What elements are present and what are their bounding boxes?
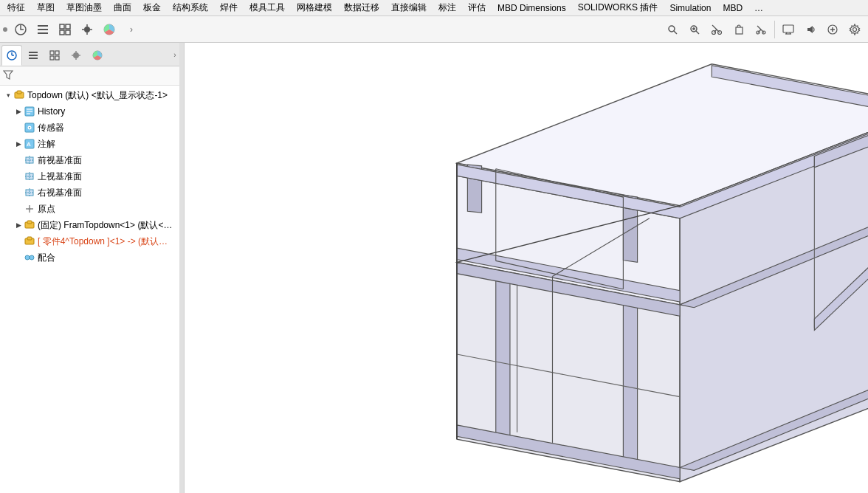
svg-text:A: A [27,141,31,148]
panel-resize-handle[interactable] [179,43,184,493]
svg-rect-7 [66,30,70,35]
search-btn[interactable] [662,19,683,40]
clipboard-btn[interactable] [728,19,749,40]
tree-item-history[interactable]: ▶ History [0,103,184,120]
menu-simulation[interactable]: Simulation [664,1,717,15]
history-arrow: ▶ [13,106,24,117]
svg-rect-4 [60,24,64,29]
right-plane-label: 右视基准面 [38,187,82,199]
monitor-btn[interactable] [778,19,799,40]
svg-rect-3 [38,32,48,34]
svg-line-17 [696,31,699,34]
svg-rect-25 [736,27,743,34]
svg-line-24 [712,25,717,30]
assembly-icon [13,89,25,101]
menu-mold-tools[interactable]: 模具工具 [244,0,291,15]
toolbar-sep-1 [774,21,775,38]
tree-item-top-plane[interactable]: ▶ 上视基准面 [0,168,184,185]
menu-evaluate[interactable]: 评估 [462,0,492,15]
svg-rect-43 [29,52,38,53]
menu-solidworks-addins[interactable]: SOLIDWORKS 插件 [572,0,664,15]
menu-direct-edit[interactable]: 直接编辑 [385,0,433,15]
tab-appearance-manager[interactable] [87,45,108,66]
svg-rect-48 [50,56,54,60]
tree-item-origin[interactable]: ▶ 原点 [0,201,184,217]
menu-annotation[interactable]: 标注 [433,0,462,15]
part4-label: [ 零件4^Topdown ]<1> -> (默认… [38,235,168,248]
menu-data-migration[interactable]: 数据迁移 [338,0,385,15]
notes-icon: A [24,138,35,150]
notes-label: 注解 [38,138,55,151]
tab-config-manager[interactable] [44,45,65,66]
toolbar-btn-feature[interactable] [10,19,31,40]
audio-btn[interactable] [800,19,821,40]
settings-btn[interactable] [844,19,865,40]
history-icon [24,106,35,117]
menu-bar: 特征 草图 草图油墨 曲面 板金 结构系统 焊件 模具工具 网格建模 数据迁移 … [0,0,868,16]
tree-item-sensors[interactable]: ▶ 传感器 [0,120,184,136]
svg-point-50 [73,52,79,58]
feature-tree: ▾ Topdown (默认) <默认_显示状态-1> ▶ [0,86,184,493]
svg-point-85 [30,255,34,260]
zoom-btn[interactable] [684,19,705,40]
menu-mbd[interactable]: MBD [717,1,748,15]
framtopdown-label: (固定) FramTopdown<1> (默认<… [38,219,172,232]
scissors-btn[interactable] [751,19,771,40]
toolbar-btn-expand[interactable]: › [121,19,142,40]
svg-rect-58 [17,91,21,94]
menu-structure[interactable]: 结构系统 [167,0,214,15]
tab-feature-manager[interactable] [1,45,22,66]
tree-item-part4[interactable]: ▶ [ 零件4^Topdown ]<1> -> (默认… [0,233,184,249]
mates-icon [24,252,35,263]
tree-item-topdown[interactable]: ▾ Topdown (默认) <默认_显示状态-1> [0,87,184,103]
origin-icon [24,203,35,215]
left-panel: › ▾ Topdown (默认) <默认_显示状态-1> [0,43,185,493]
top-plane-icon [24,170,35,182]
menu-sheet-metal[interactable]: 板金 [137,0,167,15]
toolbar-btn-config[interactable] [55,19,75,40]
tree-item-mates[interactable]: ▶ 配合 [0,249,184,266]
menu-mesh[interactable]: 网格建模 [291,0,338,15]
topdown-label: Topdown (默认) <默认_显示状态-1> [27,89,168,102]
tab-display-manager[interactable] [66,45,86,66]
svg-marker-92 [623,283,637,464]
menu-features[interactable]: 特征 [1,0,31,15]
tab-property-manager[interactable] [23,45,44,66]
notes-arrow: ▶ [13,139,24,149]
sensors-icon [24,122,35,134]
toolbar-left: › [7,19,145,40]
svg-marker-91 [496,259,510,440]
framtopdown-icon [24,219,35,231]
svg-point-14 [669,26,675,32]
svg-line-30 [757,26,761,30]
menu-mbd-dimensions[interactable]: MBD Dimensions [492,1,572,15]
right-plane-icon [24,187,35,199]
tree-item-right-plane[interactable]: ▶ 右视基准面 [0,185,184,201]
svg-rect-6 [60,30,64,35]
cut-btn[interactable] [706,19,727,40]
menu-sketch-ink[interactable]: 草图油墨 [61,0,108,15]
menu-sketch[interactable]: 草图 [31,0,61,15]
toolbar-btn-appearance[interactable] [99,19,120,40]
filter-icon [3,69,13,82]
front-plane-label: 前视基准面 [38,154,82,167]
menu-surface[interactable]: 曲面 [108,0,137,15]
viewport[interactable] [185,43,868,493]
svg-rect-2 [38,29,48,30]
add-btn[interactable] [822,19,843,40]
part4-icon [24,235,35,247]
svg-point-8 [84,27,90,32]
topdown-arrow: ▾ [3,90,13,100]
tree-item-framtopdown[interactable]: ▶ (固定) FramTopdown<1> (默认<… [0,217,184,233]
svg-rect-5 [66,24,70,29]
svg-rect-44 [29,55,38,56]
menu-weldments[interactable]: 焊件 [214,0,244,15]
tree-item-notes[interactable]: ▶ A 注解 [0,136,184,152]
filter-bar [0,66,184,86]
framtopdown-arrow: ▶ [13,220,24,230]
menu-more[interactable]: … [748,1,769,15]
tree-item-front-plane[interactable]: ▶ 前视基准面 [0,152,184,168]
toolbar-btn-display[interactable] [77,19,97,40]
toolbar-btn-list[interactable] [32,19,53,40]
svg-rect-46 [50,51,54,55]
